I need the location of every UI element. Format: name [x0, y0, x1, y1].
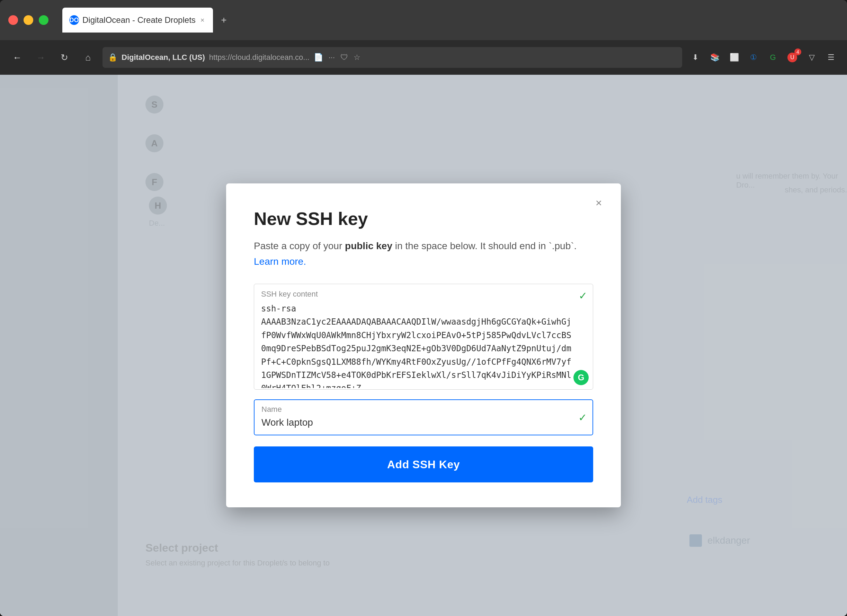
- sidebar-icon[interactable]: ⬜: [726, 50, 742, 65]
- extension-icon[interactable]: U 4: [785, 50, 800, 65]
- modal-overlay: × New SSH key Paste a copy of your publi…: [0, 75, 847, 616]
- tab-title: DigitalOcean - Create Droplets: [83, 15, 196, 25]
- new-ssh-key-modal: × New SSH key Paste a copy of your publi…: [226, 183, 621, 507]
- name-input[interactable]: [255, 400, 592, 435]
- shield-icon[interactable]: 🛡: [340, 53, 348, 62]
- grammarly-icon: G: [573, 370, 589, 385]
- browser-navbar: ← → ↻ ⌂ 🔒 DigitalOcean, LLC (US) https:/…: [0, 40, 847, 75]
- password-icon[interactable]: ①: [746, 50, 761, 65]
- back-button[interactable]: ←: [8, 49, 26, 66]
- traffic-light-minimize[interactable]: [24, 15, 33, 25]
- traffic-light-maximize[interactable]: [39, 15, 49, 25]
- tab-close-button[interactable]: ×: [199, 15, 206, 26]
- description-prefix: Paste a copy of your: [254, 240, 345, 251]
- tab-favicon: DO: [69, 15, 79, 25]
- browser-titlebar: DO DigitalOcean - Create Droplets × +: [0, 0, 847, 40]
- browser-window: DO DigitalOcean - Create Droplets × + ← …: [0, 0, 847, 616]
- modal-description: Paste a copy of your public key in the s…: [254, 239, 593, 253]
- page-content: S A F H De...: [0, 75, 847, 616]
- ssh-key-label: SSH key content: [261, 290, 318, 299]
- learn-more-link[interactable]: Learn more.: [254, 256, 306, 267]
- star-icon[interactable]: ☆: [354, 53, 360, 62]
- reload-button[interactable]: ↻: [55, 49, 74, 66]
- grammarly-nav-icon[interactable]: G: [765, 50, 781, 65]
- ssh-key-textarea[interactable]: ssh-rsa AAAAB3NzaC1yc2EAAAADAQABAAACAAQD…: [254, 284, 593, 388]
- ssh-key-content-field: SSH key content ✓ ssh-rsa AAAAB3NzaC1yc2…: [254, 284, 593, 390]
- bookmarks-icon[interactable]: 📚: [707, 50, 722, 65]
- nav-right-icons: ⬇ 📚 ⬜ ① G U 4 ▽ ☰: [688, 50, 839, 65]
- description-bold: public key: [345, 240, 393, 251]
- modal-close-button[interactable]: ×: [590, 195, 607, 211]
- lock-icon: 🔒: [108, 53, 117, 62]
- site-name: DigitalOcean, LLC (US): [121, 53, 205, 62]
- name-check-icon: ✓: [578, 411, 587, 424]
- forward-button[interactable]: →: [32, 49, 50, 66]
- address-bar[interactable]: 🔒 DigitalOcean, LLC (US) https://cloud.d…: [102, 47, 682, 68]
- menu-icon[interactable]: ☰: [823, 50, 839, 65]
- new-tab-button[interactable]: +: [216, 12, 232, 28]
- address-bar-icons: 📄 ··· 🛡 ☆: [314, 53, 360, 62]
- name-field-group: Name ✓: [254, 399, 593, 435]
- bookmark-icon[interactable]: 📄: [314, 53, 323, 62]
- name-field-label: Name: [261, 405, 282, 414]
- ssh-key-check-icon: ✓: [578, 290, 587, 302]
- active-tab[interactable]: DO DigitalOcean - Create Droplets ×: [62, 7, 213, 32]
- download-icon[interactable]: ⬇: [688, 50, 703, 65]
- add-ssh-key-button[interactable]: Add SSH Key: [254, 447, 593, 482]
- more-icon[interactable]: ···: [329, 53, 335, 62]
- tab-bar: DO DigitalOcean - Create Droplets × +: [62, 7, 232, 32]
- url-text: https://cloud.digitalocean.co...: [209, 53, 310, 62]
- traffic-light-close[interactable]: [8, 15, 18, 25]
- modal-title: New SSH key: [254, 208, 593, 229]
- home-button[interactable]: ⌂: [79, 49, 97, 66]
- description-suffix: in the space below. It should end in `.p…: [393, 240, 577, 251]
- traffic-lights: [8, 15, 49, 25]
- vpn-icon[interactable]: ▽: [804, 50, 819, 65]
